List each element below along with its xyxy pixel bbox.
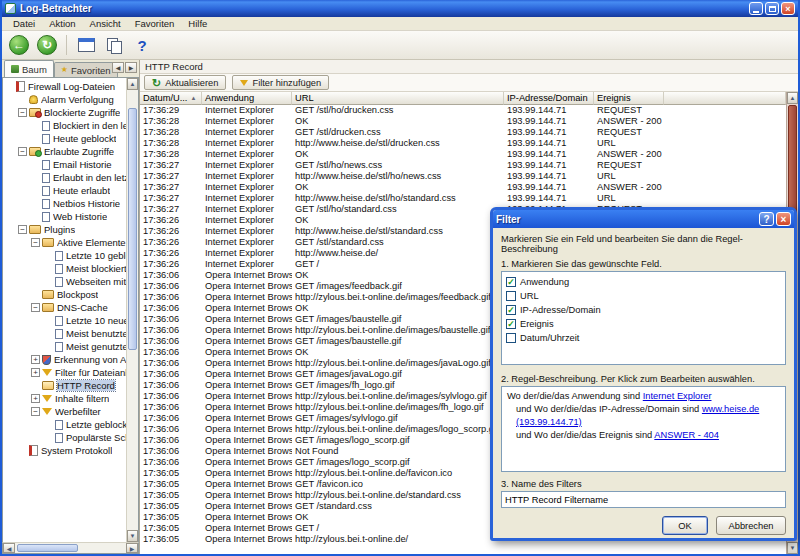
- tree-item[interactable]: Web Historie: [3, 210, 126, 223]
- tree-item[interactable]: Blockpost: [3, 288, 126, 301]
- table-row[interactable]: 17:36:27Internet Explorerhttp://www.heis…: [140, 171, 786, 182]
- table-row[interactable]: 17:36:28Internet ExplorerOK193.99.144.71…: [140, 149, 786, 160]
- collapse-icon[interactable]: −: [31, 238, 40, 247]
- rule-ip-link[interactable]: (193.99.144.71): [516, 417, 582, 427]
- scroll-up-icon[interactable]: ▲: [127, 78, 138, 90]
- tree-item[interactable]: −Blockierte Zugriffe: [3, 106, 126, 119]
- column-header-url[interactable]: URL: [292, 92, 504, 105]
- scroll-track[interactable]: [127, 90, 138, 530]
- rule-application-link[interactable]: Internet Explorer: [643, 391, 712, 401]
- table-row[interactable]: 17:36:28Internet ExplorerGET /stl/drucke…: [140, 127, 786, 138]
- field-option-ip-adresse-domain[interactable]: ✓IP-Adresse/Domain: [506, 303, 781, 317]
- table-row[interactable]: 17:36:28Internet ExplorerOK193.99.144.71…: [140, 116, 786, 127]
- tree-item[interactable]: Blockiert in den letzten 10 M...: [3, 119, 126, 132]
- collapse-icon[interactable]: −: [18, 108, 27, 117]
- ok-button[interactable]: OK: [662, 516, 708, 535]
- minimize-button[interactable]: [749, 2, 763, 15]
- tree-item[interactable]: −DNS-Cache: [3, 301, 126, 314]
- refresh-button[interactable]: ↻ Aktualisieren: [144, 75, 226, 90]
- tree-item[interactable]: Meist benutzte Einträge: [3, 327, 126, 340]
- tree-item[interactable]: Meist genutzte Einträge: [3, 340, 126, 353]
- table-row[interactable]: 17:36:27Internet ExplorerOK193.99.144.71…: [140, 182, 786, 193]
- back-button[interactable]: ←: [7, 33, 31, 57]
- expand-icon[interactable]: +: [31, 368, 40, 377]
- table-row[interactable]: 17:36:27Internet ExplorerGET /stl/ho/new…: [140, 160, 786, 171]
- collapse-icon[interactable]: −: [31, 303, 40, 312]
- tree-item[interactable]: Meist blockierte aktive In...: [3, 262, 126, 275]
- table-row[interactable]: 17:36:27Internet Explorerhttp://www.heis…: [140, 193, 786, 204]
- rule-event-link[interactable]: ANSWER - 404: [654, 430, 719, 440]
- tree-item[interactable]: HTTP Record: [3, 379, 126, 392]
- column-header-ereignis[interactable]: Ereignis: [594, 92, 664, 105]
- menu-item-favoriten[interactable]: Favoriten: [128, 18, 182, 29]
- field-option-url[interactable]: URL: [506, 289, 781, 303]
- scroll-down-icon[interactable]: ▼: [787, 542, 798, 554]
- scroll-track[interactable]: [15, 543, 126, 553]
- menu-item-hilfe[interactable]: Hilfe: [181, 18, 214, 29]
- tree-item[interactable]: −Erlaubte Zugriffe: [3, 145, 126, 158]
- tree-item[interactable]: Netbios Historie: [3, 197, 126, 210]
- tree-item[interactable]: Letzte 10 geblockte akti...: [3, 249, 126, 262]
- rule-description-box[interactable]: Wo der/die/das Anwendung sind Internet E…: [501, 386, 786, 472]
- tree-item[interactable]: Letzte 10 neue Einträge: [3, 314, 126, 327]
- copy-button[interactable]: [102, 33, 126, 57]
- table-row[interactable]: 17:36:28Internet Explorerhttp://www.heis…: [140, 138, 786, 149]
- scroll-right-icon[interactable]: ▶: [126, 543, 138, 553]
- tree-horizontal-scrollbar[interactable]: ◀ ▶: [2, 542, 139, 554]
- dialog-title-bar[interactable]: Filter ? ×: [493, 210, 794, 228]
- collapse-icon[interactable]: −: [18, 147, 27, 156]
- checkbox-unchecked-icon[interactable]: [506, 291, 516, 301]
- tree-item[interactable]: +Inhalte filtern: [3, 392, 126, 405]
- view-panels-button[interactable]: [74, 33, 98, 57]
- tab-favoriten[interactable]: ★ Favoriten: [54, 62, 118, 77]
- collapse-icon[interactable]: −: [18, 225, 27, 234]
- menu-item-datei[interactable]: Datei: [6, 18, 42, 29]
- tree-item[interactable]: Email Historie: [3, 158, 126, 171]
- table-row[interactable]: 17:36:29Internet ExplorerGET /stl/ho/dru…: [140, 105, 786, 116]
- tree-item[interactable]: Heute erlaubt: [3, 184, 126, 197]
- column-header-anwendung[interactable]: Anwendung: [202, 92, 292, 105]
- filter-name-input[interactable]: [501, 491, 786, 508]
- collapse-icon[interactable]: −: [31, 407, 40, 416]
- scroll-thumb[interactable]: [128, 108, 137, 350]
- tree-item[interactable]: Letzte geblockte Werbe...: [3, 418, 126, 431]
- cancel-button[interactable]: Abbrechen: [716, 516, 786, 535]
- field-option-datum-uhrzeit[interactable]: Datum/Uhrzeit: [506, 331, 781, 345]
- tab-baum[interactable]: Baum: [4, 60, 54, 77]
- tree-item[interactable]: Erlaubt in den letzten 10 Mi...: [3, 171, 126, 184]
- help-button[interactable]: ?: [130, 33, 154, 57]
- tree-item[interactable]: Populärste Schlüsselwör...: [3, 431, 126, 444]
- tree-item[interactable]: −Werbefilter: [3, 405, 126, 418]
- tab-scroll-left-button[interactable]: ◀: [112, 62, 124, 73]
- tree-item[interactable]: Firewall Log-Dateien: [3, 80, 126, 93]
- close-button[interactable]: ×: [781, 2, 795, 15]
- expand-icon[interactable]: +: [31, 394, 40, 403]
- scroll-down-icon[interactable]: ▼: [127, 530, 138, 542]
- tree-item[interactable]: −Aktive Elemente: [3, 236, 126, 249]
- scroll-up-icon[interactable]: ▲: [787, 92, 798, 104]
- tree-vertical-scrollbar[interactable]: ▲ ▼: [126, 78, 138, 542]
- checkbox-checked-icon[interactable]: ✓: [506, 319, 516, 329]
- maximize-button[interactable]: [765, 2, 779, 15]
- expand-icon[interactable]: +: [31, 355, 40, 364]
- column-header-datum[interactable]: Datum/U... ▲: [140, 92, 202, 105]
- checkbox-checked-icon[interactable]: ✓: [506, 277, 516, 287]
- title-bar[interactable]: Log-Betrachter ×: [2, 0, 798, 17]
- scroll-thumb[interactable]: [17, 544, 78, 552]
- tab-scroll-right-button[interactable]: ▶: [125, 62, 137, 73]
- field-option-anwendung[interactable]: ✓Anwendung: [506, 275, 781, 289]
- dialog-help-button[interactable]: ?: [759, 212, 774, 226]
- checkbox-checked-icon[interactable]: ✓: [506, 305, 516, 315]
- tree-item[interactable]: Webseiten mit vielen ak...: [3, 275, 126, 288]
- menu-item-aktion[interactable]: Aktion: [42, 18, 82, 29]
- menu-item-ansicht[interactable]: Ansicht: [83, 18, 128, 29]
- field-option-ereignis[interactable]: ✓Ereignis: [506, 317, 781, 331]
- refresh-toolbar-button[interactable]: ↻: [35, 33, 59, 57]
- checkbox-unchecked-icon[interactable]: [506, 333, 516, 343]
- tree-item[interactable]: −Plugins: [3, 223, 126, 236]
- tree-item[interactable]: +Filter für Dateianhänge: [3, 366, 126, 379]
- tree-item[interactable]: System Protokoll: [3, 444, 126, 457]
- rule-domain-link[interactable]: www.heise.de: [702, 404, 759, 414]
- tree-item[interactable]: +Erkennung von Angriffen: [3, 353, 126, 366]
- dialog-close-button[interactable]: ×: [776, 212, 791, 226]
